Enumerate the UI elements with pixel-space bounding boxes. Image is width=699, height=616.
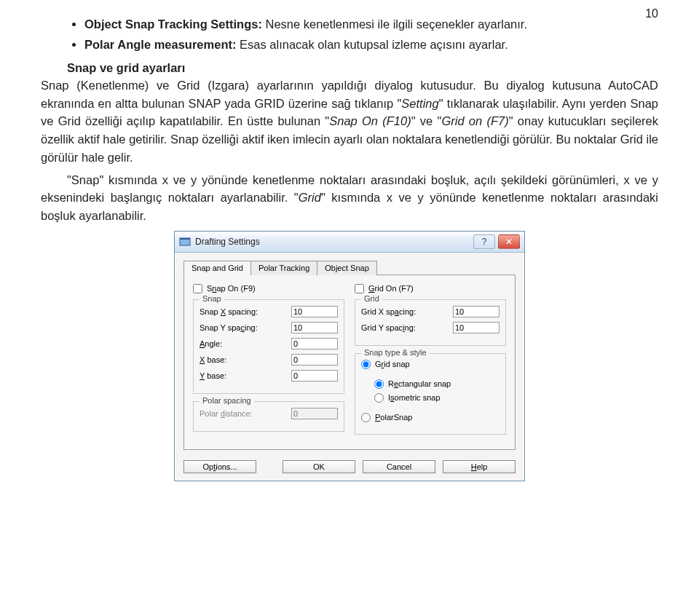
polarsnap-label: PolarSnap: [375, 413, 412, 422]
bullet-1: Object Snap Tracking Settings: Nesne ken…: [84, 16, 658, 33]
grid-snap-label: Grid snap: [375, 360, 410, 368]
grid-x-field[interactable]: [453, 306, 499, 317]
xbase-label: X base:: [200, 355, 291, 364]
p1-c: " ve ": [411, 114, 442, 127]
left-column: Snap On (F9) Snap Snap X spacing: Snap Y…: [193, 284, 344, 442]
angle-field[interactable]: [291, 338, 338, 350]
isometric-snap-radio[interactable]: [374, 393, 384, 403]
snap-group-legend: Snap: [200, 294, 224, 303]
grid-x-label: Grid X spacing:: [361, 307, 453, 316]
ok-button[interactable]: OK: [283, 460, 355, 473]
right-column: Grid On (F7) Grid Grid X spacing: Grid Y…: [355, 284, 506, 442]
svg-rect-1: [180, 238, 190, 240]
help-button[interactable]: Help: [443, 460, 516, 473]
dialog-button-row: Options... OK Cancel Help: [175, 454, 524, 481]
subheading: Snap ve grid ayarları: [67, 61, 658, 75]
page-number: 10: [645, 7, 658, 20]
snap-y-label: Snap Y spacing:: [200, 323, 291, 332]
angle-label: Angle:: [200, 339, 291, 348]
p2-grid: Grid: [299, 191, 321, 204]
polar-spacing-legend: Polar spacing: [200, 396, 254, 405]
tab-polar-tracking[interactable]: Polar Tracking: [250, 261, 317, 275]
grid-y-label: Grid Y spacing:: [361, 323, 453, 332]
p1-gridon: Grid on (F7): [441, 114, 508, 127]
polar-distance-field: [291, 408, 338, 419]
snap-type-group: Snap type & style Grid snap Rectangular …: [355, 353, 506, 435]
grid-group: Grid Grid X spacing: Grid Y spacing:: [355, 299, 506, 346]
rectangular-snap-label: Rectangular snap: [388, 379, 451, 388]
polar-spacing-group: Polar spacing Polar distance:: [193, 401, 344, 432]
drafting-settings-dialog: Drafting Settings ? ✕ Snap and Grid Pola…: [174, 231, 525, 481]
polar-distance-label: Polar distance:: [200, 409, 291, 418]
titlebar-close-button[interactable]: ✕: [498, 234, 520, 249]
p1-setting: Setting: [401, 97, 438, 110]
grid-on-label: Grid On (F7): [368, 284, 414, 293]
snap-x-field[interactable]: [291, 306, 338, 317]
bullet-2-label: Polar Angle measurement:: [84, 38, 236, 51]
bullet-2: Polar Angle measurement: Esas alınacak o…: [84, 36, 658, 54]
app-icon: [179, 236, 191, 248]
titlebar-help-button[interactable]: ?: [473, 234, 495, 249]
paragraph-1: Snap (Kenetlenme) ve Grid (Izgara) ayarl…: [41, 76, 658, 167]
grid-snap-radio[interactable]: [361, 360, 371, 369]
polarsnap-radio[interactable]: [361, 413, 371, 422]
p1-snapon: Snap On (F10): [329, 114, 411, 127]
bullet-list: Object Snap Tracking Settings: Nesne ken…: [84, 16, 658, 54]
snap-y-field[interactable]: [291, 322, 338, 333]
snap-on-label: Snap On (F9): [207, 284, 256, 293]
ybase-label: Y base:: [200, 371, 291, 380]
bullet-2-desc: Esas alınacak olan kutupsal izleme açısı…: [240, 38, 508, 51]
grid-on-checkbox[interactable]: [355, 284, 364, 293]
grid-group-legend: Grid: [361, 294, 382, 303]
snap-type-legend: Snap type & style: [361, 348, 430, 357]
dialog-title: Drafting Settings: [195, 237, 473, 247]
rectangular-snap-radio[interactable]: [374, 379, 384, 389]
xbase-field[interactable]: [291, 354, 338, 366]
grid-y-field[interactable]: [453, 322, 499, 333]
snap-on-checkbox[interactable]: [193, 284, 202, 293]
titlebar[interactable]: Drafting Settings ? ✕: [175, 232, 524, 253]
cancel-button[interactable]: Cancel: [363, 460, 435, 473]
isometric-snap-label: Isometric snap: [388, 393, 441, 402]
tab-strip: Snap and Grid Polar Tracking Object Snap: [183, 260, 516, 275]
snap-group: Snap Snap X spacing: Snap Y spacing:: [193, 299, 344, 394]
paragraph-2: "Snap" kısmında x ve y yönünde kenetlenm…: [41, 171, 658, 225]
tab-object-snap[interactable]: Object Snap: [317, 261, 377, 275]
bullet-1-label: Object Snap Tracking Settings:: [84, 17, 262, 31]
options-button[interactable]: Options...: [183, 460, 256, 473]
snap-x-label: Snap X spacing:: [200, 307, 291, 316]
tab-snap-and-grid[interactable]: Snap and Grid: [183, 261, 251, 275]
bullet-1-desc: Nesne kenetlenmesi ile ilgili seçenekler…: [265, 17, 527, 31]
tab-content: Snap On (F9) Snap Snap X spacing: Snap Y…: [183, 275, 516, 450]
ybase-field[interactable]: [291, 370, 338, 382]
